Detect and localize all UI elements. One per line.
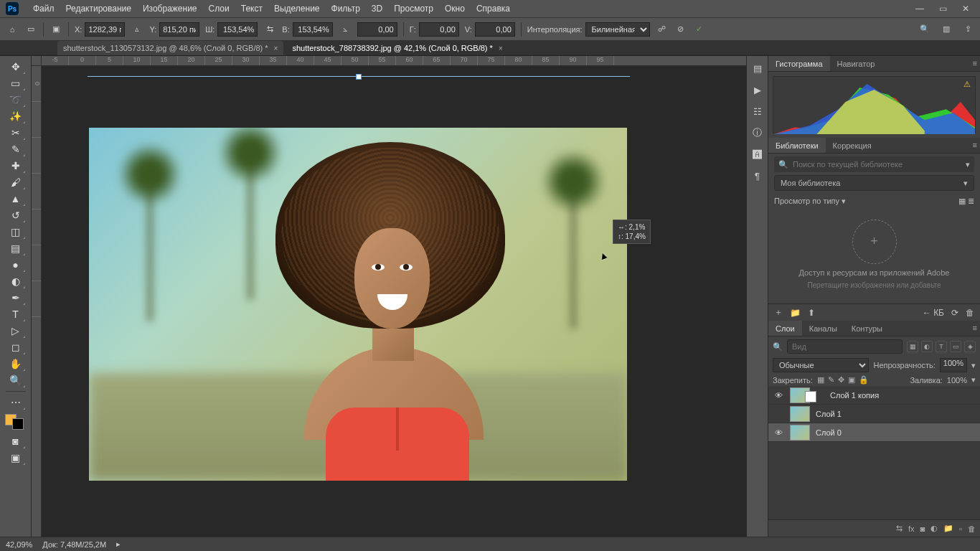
- new-fill-adj-icon[interactable]: ◐: [930, 524, 938, 533]
- fill-field[interactable]: 100%: [947, 376, 967, 385]
- paragraph-panel-icon[interactable]: ¶: [751, 169, 764, 182]
- edit-toolbar[interactable]: ⋯: [6, 395, 26, 410]
- menu-3d[interactable]: 3D: [366, 4, 388, 14]
- shape-tool[interactable]: ◻: [6, 339, 26, 355]
- properties-panel-icon[interactable]: ☷: [751, 105, 764, 118]
- blend-mode-select[interactable]: Обычные: [773, 358, 869, 372]
- close-icon[interactable]: ✕: [957, 2, 974, 15]
- interp-select[interactable]: Билинейная: [585, 22, 650, 37]
- dodge-tool[interactable]: ◐: [6, 273, 26, 289]
- menu-window[interactable]: Окно: [439, 4, 471, 14]
- new-group-icon[interactable]: 📁: [943, 524, 953, 533]
- layer-name-label[interactable]: Слой 1 копия: [830, 391, 879, 400]
- menu-help[interactable]: Справка: [471, 4, 516, 14]
- layer-name-label[interactable]: Слой 0: [816, 428, 842, 437]
- lasso-tool[interactable]: ➰: [6, 92, 26, 108]
- pen-tool[interactable]: ✒: [6, 290, 26, 306]
- ruler-horizontal[interactable]: -505101520253035404550556065707580859095: [42, 56, 746, 66]
- list-view-icon[interactable]: ≣: [968, 197, 974, 205]
- filter-adjust-icon[interactable]: ◐: [921, 341, 933, 352]
- lock-nested-icon[interactable]: ▣: [848, 375, 855, 385]
- character-panel-icon[interactable]: 🅰: [751, 148, 764, 161]
- stamp-tool[interactable]: ▲: [6, 191, 26, 207]
- marquee-tool[interactable]: ▭: [6, 75, 26, 91]
- menu-filter[interactable]: Фильтр: [326, 4, 366, 14]
- delete-layer-icon[interactable]: 🗑: [968, 524, 976, 533]
- menu-image[interactable]: Изображение: [137, 4, 203, 14]
- field-x[interactable]: [85, 22, 125, 37]
- tab-libraries[interactable]: Библиотеки: [768, 138, 826, 153]
- puppet-icon[interactable]: ☍: [656, 23, 669, 36]
- type-tool[interactable]: T: [6, 306, 26, 322]
- reference-point-icon[interactable]: ▣: [50, 23, 62, 36]
- chevron-down-icon[interactable]: ▾: [971, 361, 976, 370]
- menu-edit[interactable]: Редактирование: [60, 4, 137, 14]
- library-dropdown[interactable]: Моя библиотека ▾: [774, 175, 974, 191]
- share-icon[interactable]: ⇪: [961, 23, 974, 36]
- filter-pixel-icon[interactable]: ▦: [907, 341, 918, 352]
- path-select-tool[interactable]: ▷: [6, 323, 26, 339]
- color-swatches[interactable]: [5, 411, 27, 433]
- histogram-warning-icon[interactable]: ⚠: [963, 80, 971, 89]
- ruler-vertical[interactable]: 0: [32, 66, 42, 537]
- cancel-transform-icon[interactable]: ⊘: [674, 23, 687, 36]
- trash-icon[interactable]: 🗑: [966, 308, 974, 318]
- tab-close-icon[interactable]: ×: [274, 44, 278, 52]
- maximize-icon[interactable]: ▭: [934, 2, 951, 15]
- add-asset-dropzone[interactable]: +: [852, 220, 897, 264]
- layer-row[interactable]: Слой 1: [768, 405, 980, 423]
- field-y[interactable]: [159, 22, 199, 37]
- menu-text[interactable]: Текст: [235, 4, 268, 14]
- grid-view-icon[interactable]: ▦: [958, 197, 966, 205]
- lock-pixels-icon[interactable]: ▦: [817, 375, 824, 385]
- brush-tool[interactable]: 🖌: [6, 174, 26, 190]
- background-color[interactable]: [12, 418, 24, 430]
- quickmask-tool[interactable]: ◙: [6, 433, 26, 449]
- filter-shape-icon[interactable]: ▭: [950, 341, 961, 352]
- field-skew-h[interactable]: [419, 22, 459, 37]
- info-panel-icon[interactable]: ⓘ: [751, 126, 764, 139]
- library-search-input[interactable]: [793, 160, 961, 169]
- transform-handle-top[interactable]: [356, 74, 362, 80]
- chevron-down-icon[interactable]: ▾: [966, 160, 970, 169]
- layer-row[interactable]: 👁 Слой 1 копия: [768, 386, 980, 405]
- layer-thumbnail[interactable]: [790, 406, 810, 422]
- hand-tool[interactable]: ✋: [6, 356, 26, 372]
- visibility-toggle-icon[interactable]: 👁: [773, 428, 784, 437]
- status-more-icon[interactable]: ▸: [116, 540, 121, 549]
- opacity-field[interactable]: 100%: [940, 358, 967, 372]
- link-wh-icon[interactable]: ⇆: [263, 23, 276, 36]
- menu-view[interactable]: Просмотр: [388, 4, 439, 14]
- panel-menu-icon[interactable]: ≡: [973, 59, 977, 67]
- folder-icon[interactable]: 📁: [790, 308, 801, 318]
- tab-histogram[interactable]: Гистограмма: [768, 56, 830, 71]
- magic-wand-tool[interactable]: ✨: [6, 108, 26, 124]
- tab-layers[interactable]: Слои: [768, 321, 802, 336]
- zoom-level-label[interactable]: 42,09%: [6, 540, 32, 549]
- home-icon[interactable]: ⌂: [6, 23, 19, 36]
- field-skew-v[interactable]: [475, 22, 515, 37]
- tab-close-icon[interactable]: ×: [499, 44, 503, 52]
- link-layers-icon[interactable]: ⇆: [896, 524, 903, 533]
- visibility-toggle-icon[interactable]: 👁: [773, 391, 784, 400]
- minimize-icon[interactable]: —: [911, 2, 928, 15]
- field-w[interactable]: [217, 22, 258, 37]
- sync-icon[interactable]: ⟳: [951, 308, 958, 318]
- chevron-down-icon[interactable]: ▾: [971, 375, 976, 385]
- eraser-tool[interactable]: ◫: [6, 224, 26, 240]
- tab-paths[interactable]: Контуры: [844, 321, 890, 336]
- layer-mask-icon[interactable]: ◙: [920, 524, 925, 533]
- menu-layers[interactable]: Слои: [203, 4, 235, 14]
- tab-channels[interactable]: Каналы: [802, 321, 844, 336]
- commit-transform-icon[interactable]: ✓: [693, 23, 706, 36]
- history-panel-icon[interactable]: ▤: [751, 62, 764, 75]
- panel-menu-icon[interactable]: ≡: [973, 141, 977, 149]
- blur-tool[interactable]: ●: [6, 257, 26, 273]
- move-tool[interactable]: ✥: [6, 59, 26, 75]
- layer-thumbnail[interactable]: [790, 387, 810, 403]
- add-content-icon[interactable]: ＋: [774, 306, 783, 319]
- layer-name-label[interactable]: Слой 1: [816, 410, 842, 418]
- tab-adjustments[interactable]: Коррекция: [826, 138, 879, 153]
- upload-icon[interactable]: ⬆: [808, 308, 815, 318]
- field-h[interactable]: [293, 22, 333, 37]
